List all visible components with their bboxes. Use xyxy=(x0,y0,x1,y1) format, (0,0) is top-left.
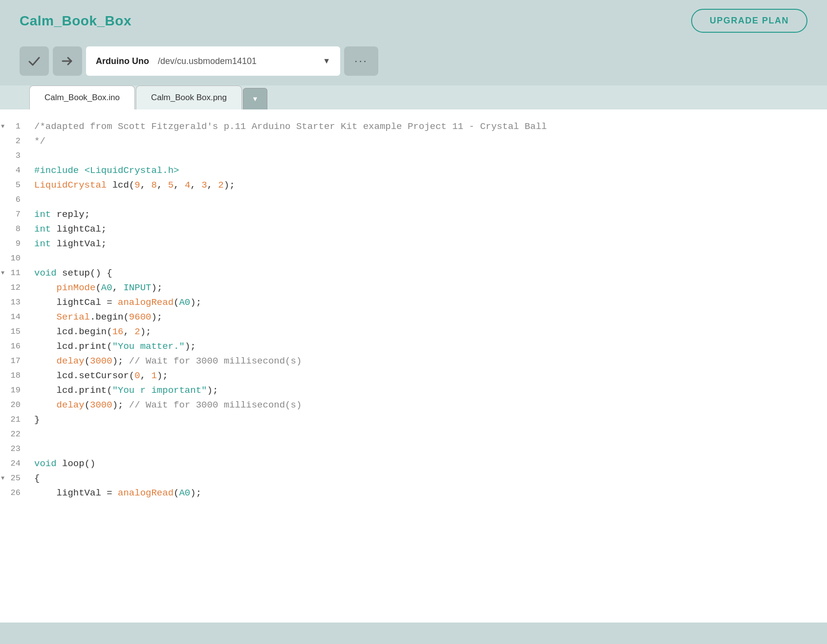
board-name: Arduino Uno xyxy=(96,56,149,66)
line-number: 21 xyxy=(0,412,24,427)
code-content: lightCal = analogRead(A0); xyxy=(24,295,201,310)
code-content: lcd.begin(16, 2); xyxy=(24,324,151,339)
table-row: 19 lcd.print("You r important"); xyxy=(0,383,827,398)
code-content: pinMode(A0, INPUT); xyxy=(24,280,162,295)
line-number: 22 xyxy=(0,427,24,442)
table-row: 22 xyxy=(0,427,827,442)
tabs-bar: Calm_Book_Box.ino Calm_Book Box.png ▼ xyxy=(0,86,827,109)
line-number: 4 xyxy=(0,163,24,178)
code-content: /*adapted from Scott Fitzgerald's p.11 A… xyxy=(24,119,547,134)
code-content: void loop() xyxy=(24,456,95,471)
code-content xyxy=(24,251,40,266)
code-content: int lightCal; xyxy=(24,222,107,236)
line-number: ▼1 xyxy=(0,119,24,134)
line-number: 15 xyxy=(0,324,24,339)
line-number: 12 xyxy=(0,280,24,295)
table-row: 26 lightVal = analogRead(A0); xyxy=(0,486,827,500)
fold-icon: ▼ xyxy=(1,471,4,486)
code-editor[interactable]: ▼1 /*adapted from Scott Fitzgerald's p.1… xyxy=(0,109,827,623)
tab-dropdown-button[interactable]: ▼ xyxy=(243,88,267,109)
line-number: 17 xyxy=(0,354,24,368)
line-number: 16 xyxy=(0,339,24,354)
code-content: { xyxy=(24,471,40,486)
upload-button[interactable] xyxy=(53,46,82,76)
line-number: 3 xyxy=(0,149,24,163)
fold-icon: ▼ xyxy=(1,119,4,134)
code-content xyxy=(24,427,40,442)
code-content: lcd.print("You matter."); xyxy=(24,339,196,354)
table-row: 4 #include <LiquidCrystal.h> xyxy=(0,163,827,178)
fold-icon: ▼ xyxy=(1,266,4,280)
line-number: ▼11 xyxy=(0,266,24,280)
table-row: ▼1 /*adapted from Scott Fitzgerald's p.1… xyxy=(0,119,827,134)
code-content: lcd.print("You r important"); xyxy=(24,383,218,398)
code-content xyxy=(24,442,40,456)
code-content: #include <LiquidCrystal.h> xyxy=(24,163,179,178)
code-content xyxy=(24,149,40,163)
line-number: 8 xyxy=(0,222,24,236)
code-content: */ xyxy=(24,134,45,149)
table-row: 14 Serial.begin(9600); xyxy=(0,310,827,324)
line-number: 24 xyxy=(0,456,24,471)
line-number: 6 xyxy=(0,193,24,207)
table-row: 15 lcd.begin(16, 2); xyxy=(0,324,827,339)
table-row: 12 pinMode(A0, INPUT); xyxy=(0,280,827,295)
line-number: 23 xyxy=(0,442,24,456)
header: Calm_Book_Box UPGRADE PLAN xyxy=(0,0,827,42)
table-row: ▼11 void setup() { xyxy=(0,266,827,280)
code-content: lightVal = analogRead(A0); xyxy=(24,486,201,500)
code-content: } xyxy=(24,412,40,427)
code-content: int reply; xyxy=(24,207,90,222)
table-row: 9 int lightVal; xyxy=(0,236,827,251)
toolbar: Arduino Uno /dev/cu.usbmodem14101 ▼ ··· xyxy=(0,42,827,86)
table-row: 20 delay(3000); // Wait for 3000 millise… xyxy=(0,398,827,412)
checkmark-icon xyxy=(27,54,41,68)
table-row: 21 } xyxy=(0,412,827,427)
table-row: 23 xyxy=(0,442,827,456)
table-row: 8 int lightCal; xyxy=(0,222,827,236)
table-row: 16 lcd.print("You matter."); xyxy=(0,339,827,354)
table-row: 17 delay(3000); // Wait for 3000 millise… xyxy=(0,354,827,368)
code-content: lcd.setCursor(0, 1); xyxy=(24,368,168,383)
line-number: ▼25 xyxy=(0,471,24,486)
line-number: 20 xyxy=(0,398,24,412)
code-content: LiquidCrystal lcd(9, 8, 5, 4, 3, 2); xyxy=(24,178,235,193)
table-row: ▼25 { xyxy=(0,471,827,486)
board-selector[interactable]: Arduino Uno /dev/cu.usbmodem14101 ▼ xyxy=(86,46,340,76)
table-row: 5 LiquidCrystal lcd(9, 8, 5, 4, 3, 2); xyxy=(0,178,827,193)
line-number: 19 xyxy=(0,383,24,398)
line-number: 7 xyxy=(0,207,24,222)
verify-button[interactable] xyxy=(20,46,49,76)
table-row: 2 */ xyxy=(0,134,827,149)
code-content: delay(3000); // Wait for 3000 millisecon… xyxy=(24,398,302,412)
table-row: 6 xyxy=(0,193,827,207)
line-number: 5 xyxy=(0,178,24,193)
tab-png[interactable]: Calm_Book Box.png xyxy=(136,86,242,109)
board-port: /dev/cu.usbmodem14101 xyxy=(158,56,318,66)
line-number: 10 xyxy=(0,251,24,266)
board-dropdown-arrow-icon: ▼ xyxy=(323,57,330,65)
line-number: 18 xyxy=(0,368,24,383)
code-content: void setup() { xyxy=(24,266,112,280)
code-content: int lightVal; xyxy=(24,236,107,251)
tab-ino[interactable]: Calm_Book_Box.ino xyxy=(29,86,135,109)
table-row: 13 lightCal = analogRead(A0); xyxy=(0,295,827,310)
line-number: 13 xyxy=(0,295,24,310)
app-title: Calm_Book_Box xyxy=(20,13,131,29)
code-content: Serial.begin(9600); xyxy=(24,310,162,324)
table-row: 24 void loop() xyxy=(0,456,827,471)
line-number: 26 xyxy=(0,486,24,500)
table-row: 10 xyxy=(0,251,827,266)
more-options-button[interactable]: ··· xyxy=(344,46,378,76)
table-row: 18 lcd.setCursor(0, 1); xyxy=(0,368,827,383)
line-number: 9 xyxy=(0,236,24,251)
line-number: 2 xyxy=(0,134,24,149)
table-row: 3 xyxy=(0,149,827,163)
chevron-down-icon: ▼ xyxy=(253,95,257,103)
code-content xyxy=(24,193,40,207)
arrow-right-icon xyxy=(61,54,74,68)
upgrade-button[interactable]: UPGRADE PLAN xyxy=(691,9,807,33)
code-content: delay(3000); // Wait for 3000 millisecon… xyxy=(24,354,302,368)
line-number: 14 xyxy=(0,310,24,324)
table-row: 7 int reply; xyxy=(0,207,827,222)
